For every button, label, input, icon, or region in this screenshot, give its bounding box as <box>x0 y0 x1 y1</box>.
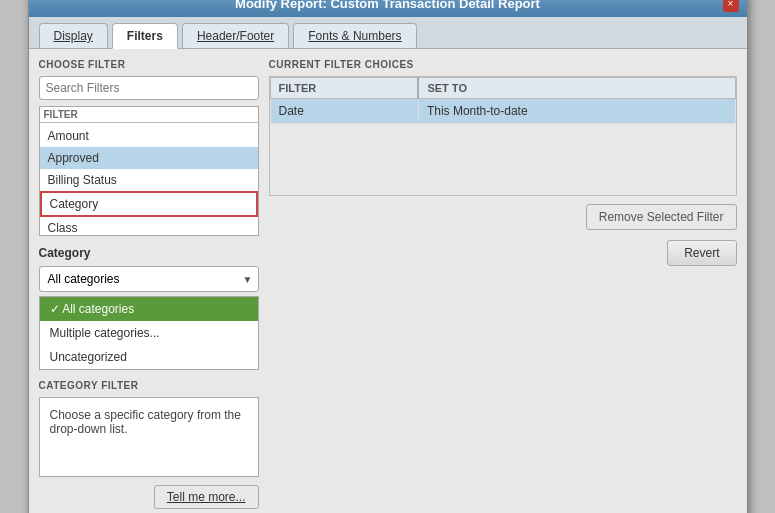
tell-me-more-row: Tell me more... <box>39 477 259 513</box>
category-filter-section: CATEGORY FILTER Choose a specific catego… <box>39 380 259 513</box>
tab-filters[interactable]: Filters <box>112 23 178 49</box>
category-filter-label: CATEGORY FILTER <box>39 380 259 391</box>
main-content: CHOOSE FILTER FILTER Amount Approved Bil… <box>29 49 747 513</box>
table-row[interactable]: Date This Month-to-date <box>270 99 735 124</box>
tell-me-more-button[interactable]: Tell me more... <box>154 485 259 509</box>
current-filter-choices-label: CURRENT FILTER CHOICES <box>269 59 737 70</box>
tab-header-footer[interactable]: Header/Footer <box>182 23 289 48</box>
modify-report-dialog: Modify Report: Custom Transaction Detail… <box>28 0 748 513</box>
set-to-cell: This Month-to-date <box>418 99 735 124</box>
remove-selected-filter-button[interactable]: Remove Selected Filter <box>586 204 737 230</box>
filter-table: FILTER SET TO Date This Month-to-date <box>270 77 736 124</box>
filter-item-amount[interactable]: Amount <box>40 125 258 147</box>
filter-item-approved[interactable]: Approved <box>40 147 258 169</box>
filter-list: FILTER Amount Approved Billing Status Ca… <box>39 106 259 236</box>
tab-bar: Display Filters Header/Footer Fonts & Nu… <box>29 17 747 49</box>
category-dropdown[interactable]: All categories <box>39 266 259 292</box>
category-dropdown-wrapper: All categories ▼ <box>39 266 259 292</box>
filter-table-wrapper: FILTER SET TO Date This Month-to-date <box>269 76 737 196</box>
search-input[interactable] <box>39 76 259 100</box>
dropdown-option-all-categories[interactable]: All categories <box>40 297 258 321</box>
filter-cell: Date <box>270 99 418 124</box>
filter-item-class[interactable]: Class <box>40 217 258 236</box>
tab-display[interactable]: Display <box>39 23 108 48</box>
current-filters-section: CURRENT FILTER CHOICES FILTER SET TO Dat… <box>269 59 737 196</box>
choose-filter-label: CHOOSE FILTER <box>39 59 259 70</box>
category-section: Category All categories ▼ All categories… <box>39 246 259 370</box>
category-label: Category <box>39 246 259 260</box>
dropdown-list: All categories Multiple categories... Un… <box>39 296 259 370</box>
tab-fonts-numbers[interactable]: Fonts & Numbers <box>293 23 416 48</box>
category-filter-description: Choose a specific category from the drop… <box>39 397 259 477</box>
left-panel: CHOOSE FILTER FILTER Amount Approved Bil… <box>39 59 259 513</box>
dialog-title: Modify Report: Custom Transaction Detail… <box>235 0 540 11</box>
col-filter-header: FILTER <box>270 78 418 99</box>
col-set-to-header: SET TO <box>418 78 735 99</box>
dropdown-option-uncategorized[interactable]: Uncategorized <box>40 345 258 369</box>
filter-item-billing-status[interactable]: Billing Status <box>40 169 258 191</box>
filter-list-header: FILTER <box>40 107 258 123</box>
right-panel: CURRENT FILTER CHOICES FILTER SET TO Dat… <box>269 59 737 513</box>
title-bar: Modify Report: Custom Transaction Detail… <box>29 0 747 17</box>
close-button[interactable]: × <box>723 0 739 12</box>
dropdown-option-multiple[interactable]: Multiple categories... <box>40 321 258 345</box>
filter-item-category[interactable]: Category <box>40 191 258 217</box>
revert-button[interactable]: Revert <box>667 240 736 266</box>
